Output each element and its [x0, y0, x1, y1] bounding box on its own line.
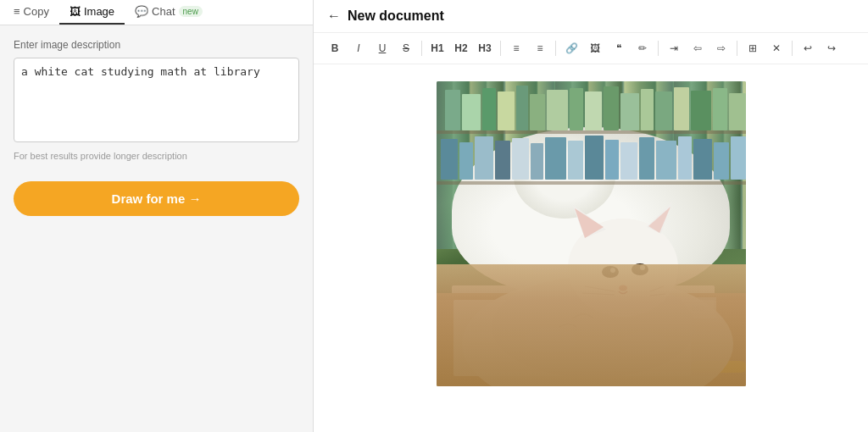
hint-text: For best results provide longer descript…	[14, 151, 299, 161]
image-description-input[interactable]: a <span class="spellcheck">white</span> …	[14, 58, 299, 142]
back-arrow-button[interactable]: ←	[327, 8, 341, 24]
h3-button[interactable]: H3	[474, 38, 496, 58]
unordered-list-button[interactable]: ≡	[505, 38, 527, 58]
section-label: Enter image description	[14, 39, 299, 51]
undo-button[interactable]: ↩	[797, 38, 819, 58]
draw-for-me-button[interactable]: Draw for me →	[14, 181, 299, 216]
svg-point-48	[462, 276, 733, 386]
svg-rect-4	[462, 94, 481, 130]
svg-rect-11	[585, 91, 602, 130]
tab-bar: ≡ Copy 🖼 Image 💬 Chat new	[0, 0, 313, 25]
separator-1	[421, 41, 422, 56]
redo-button[interactable]: ↪	[821, 38, 843, 58]
svg-rect-3	[445, 90, 460, 130]
tab-image-label: Image	[84, 5, 114, 18]
bold-button[interactable]: B	[324, 38, 346, 58]
svg-point-59	[619, 285, 627, 291]
chat-tab-icon: 💬	[135, 5, 148, 18]
svg-rect-5	[482, 88, 496, 130]
separator-3	[555, 41, 556, 56]
svg-rect-6	[498, 91, 515, 130]
svg-line-60	[585, 286, 615, 291]
doc-body: 053	[314, 64, 868, 432]
tab-copy-label: Copy	[24, 5, 49, 18]
svg-rect-12	[604, 86, 619, 130]
separator-2	[500, 41, 501, 56]
left-panel: ≡ Copy 🖼 Image 💬 Chat new Enter image de…	[0, 0, 314, 432]
svg-rect-9	[547, 90, 568, 130]
svg-rect-13	[620, 93, 639, 130]
svg-rect-16	[674, 87, 689, 130]
svg-line-61	[582, 293, 615, 295]
svg-point-49	[492, 276, 695, 378]
svg-point-56	[632, 263, 648, 275]
align-center-button[interactable]: ⇦	[687, 38, 709, 58]
generated-cat-image: 053	[437, 81, 746, 386]
link-button[interactable]: 🔗	[560, 38, 582, 58]
svg-rect-19	[729, 93, 746, 130]
pen-button[interactable]: ✏	[632, 38, 654, 58]
svg-rect-44	[665, 297, 716, 301]
svg-point-57	[610, 268, 615, 273]
separator-5	[737, 41, 737, 56]
table-button[interactable]: ⊞	[742, 38, 764, 58]
svg-rect-38	[437, 293, 746, 300]
quote-button[interactable]: ❝	[608, 38, 630, 58]
svg-rect-36	[731, 136, 746, 180]
h2-button[interactable]: H2	[450, 38, 472, 58]
svg-text:053: 053	[691, 304, 704, 313]
svg-rect-18	[713, 88, 727, 130]
image-tab-icon: 🖼	[70, 5, 81, 18]
tab-chat[interactable]: 💬 Chat new	[125, 0, 213, 25]
svg-point-65	[620, 332, 668, 356]
doc-content: 053	[353, 81, 828, 415]
editor-toolbar: B I U S H1 H2 H3 ≡ ≡ 🔗 🖼 ❝ ✏ ⇥ ⇦ ⇨ ⊞ ✕ ↩…	[314, 33, 868, 64]
separator-4	[658, 41, 659, 56]
h1-button[interactable]: H1	[426, 38, 448, 58]
align-right-button[interactable]: ⇨	[710, 38, 732, 58]
image-papers	[452, 285, 715, 371]
svg-rect-17	[691, 91, 711, 130]
tab-chat-label: Chat	[152, 5, 175, 18]
svg-rect-15	[655, 91, 672, 130]
svg-rect-39	[453, 300, 691, 376]
left-content: Enter image description a <span class="s…	[0, 25, 313, 432]
ordered-list-button[interactable]: ≡	[529, 38, 551, 58]
svg-line-63	[650, 294, 665, 296]
svg-rect-37	[437, 293, 746, 386]
chat-new-badge: new	[179, 6, 203, 17]
doc-header: ← New document	[314, 0, 868, 33]
doc-title: New document	[348, 8, 444, 24]
image-button[interactable]: 🖼	[584, 38, 606, 58]
align-left-button[interactable]: ⇥	[663, 38, 685, 58]
image-cat-head	[514, 134, 615, 219]
svg-rect-47	[691, 361, 746, 373]
svg-rect-7	[516, 86, 528, 130]
strikethrough-button[interactable]: S	[395, 38, 417, 58]
svg-rect-8	[530, 94, 545, 130]
svg-rect-43	[665, 297, 716, 318]
tab-image[interactable]: 🖼 Image	[59, 0, 125, 25]
svg-point-55	[602, 266, 619, 278]
underline-button[interactable]: U	[371, 38, 393, 58]
copy-icon: ≡	[14, 5, 20, 18]
separator-6	[792, 41, 793, 56]
svg-point-58	[640, 265, 645, 270]
svg-rect-14	[641, 89, 654, 130]
svg-rect-20	[441, 139, 458, 180]
clear-format-button[interactable]: ✕	[765, 38, 787, 58]
tab-copy[interactable]: ≡ Copy	[3, 0, 59, 25]
svg-rect-45	[681, 300, 715, 315]
svg-rect-10	[570, 88, 583, 130]
italic-button[interactable]: I	[348, 38, 370, 58]
svg-point-64	[526, 327, 576, 352]
right-panel: ← New document B I U S H1 H2 H3 ≡ ≡ 🔗 🖼 …	[314, 0, 868, 432]
svg-line-62	[650, 286, 664, 291]
